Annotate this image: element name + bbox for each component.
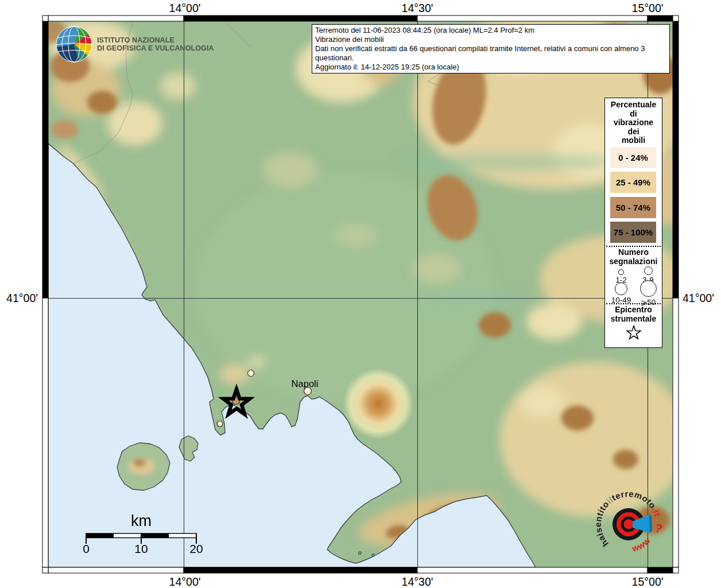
event-info-box: Terremoto del 11-06-2023 08:44:25 (ora l… [312, 24, 670, 74]
axis-left-41-00: 41°00' [0, 292, 38, 305]
legend-separator [606, 303, 661, 304]
size-circle-large [615, 283, 627, 295]
legend-epicenter-title: Epicentro strumentale [605, 305, 662, 323]
legend-class-75-100: 75 - 100% [610, 222, 656, 243]
axis-right-41-00: 41°00' [683, 292, 714, 305]
event-title: Terremoto del 11-06-2023 08:44:25 (ora l… [315, 26, 666, 35]
axis-bottom-14-30: 14°30' [383, 575, 452, 588]
event-updated: Aggiornato il: 14-12-2025 19:25 (ora loc… [315, 63, 666, 72]
legend-class-25-49: 25 - 49% [610, 172, 656, 193]
size-circle-medium [644, 266, 653, 275]
scale-unit-label: km [131, 512, 152, 529]
legend-class-50-74: 50 - 74% [610, 197, 656, 218]
event-subject: Vibrazione dei mobili [315, 35, 666, 44]
event-note: Dati non verificati estratti da 66 quest… [315, 44, 666, 63]
size-circle-xlarge [640, 280, 657, 297]
epicenter-star-icon [625, 324, 642, 341]
legend-separator [606, 246, 661, 247]
ingv-globe-icon [55, 26, 93, 63]
axis-bottom-14-00: 14°00' [150, 575, 219, 588]
legend-reports-title: Numero segnalazioni [605, 248, 662, 266]
city-label: Napoli [292, 378, 319, 389]
scale-tick-10: 10 [134, 542, 148, 555]
legend-class-0-24: 0 - 24% [610, 147, 656, 168]
axis-top-14-00: 14°00' [150, 2, 219, 15]
legend-percent-title: Percentuale di vibrazione dei mobili [605, 100, 662, 145]
size-circle-small [618, 269, 624, 275]
legend: Percentuale di vibrazione dei mobili 0 -… [604, 98, 662, 348]
axis-top-14-30: 14°30' [383, 2, 452, 15]
vesuvius-relief [343, 368, 414, 439]
legend-size-1-2: 1-2 [607, 266, 635, 284]
ingv-logo-text: ISTITUTO NAZIONALE DI GEOFISICA E VULCAN… [97, 36, 214, 53]
scale-tick-0: 0 [83, 542, 90, 555]
legend-size-10-49: 10-49 [607, 283, 635, 304]
scale-tick-20: 20 [189, 542, 203, 555]
report-dot [217, 421, 223, 427]
ischia-relief [128, 458, 156, 475]
axis-top-15-00: 15°00' [613, 2, 682, 15]
axis-bottom-15-00: 15°00' [613, 575, 682, 588]
report-dot [248, 370, 254, 377]
ingv-logo: ISTITUTO NAZIONALE DI GEOFISICA E VULCAN… [55, 26, 214, 63]
